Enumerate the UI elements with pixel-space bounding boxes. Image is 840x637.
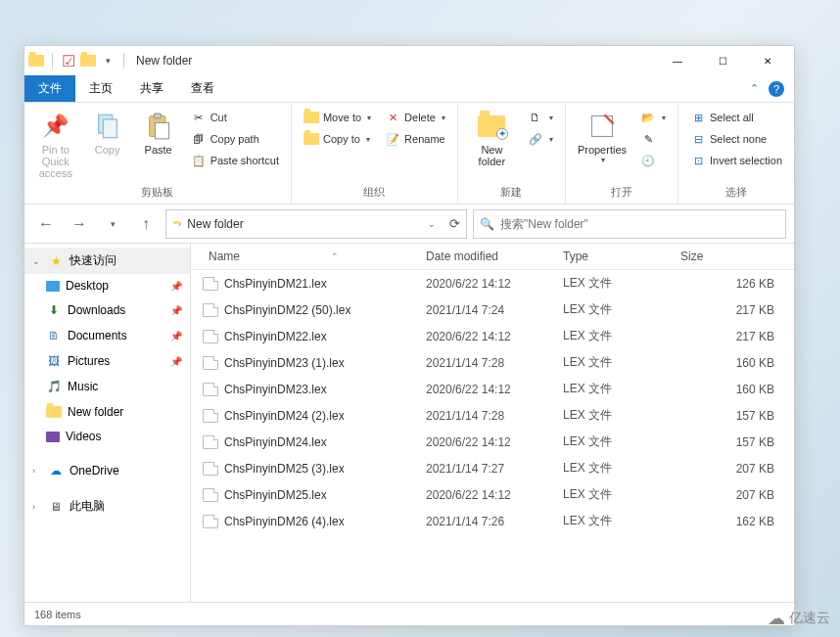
column-header-name[interactable]: Name⌃	[191, 250, 426, 263]
sidebar-item-desktop[interactable]: Desktop📌	[24, 274, 190, 297]
file-name: ChsPinyinDM25 (3).lex	[224, 462, 345, 476]
file-list-header: Name⌃ Date modified Type Size	[191, 244, 794, 270]
select-all-button[interactable]: ⊞Select all	[684, 107, 788, 128]
file-row[interactable]: ChsPinyinDM25 (3).lex2021/1/14 7:27LEX 文…	[191, 455, 794, 481]
tab-home[interactable]: 主页	[75, 75, 126, 102]
file-row[interactable]: ChsPinyinDM22 (50).lex2021/1/14 7:24LEX …	[191, 296, 794, 323]
content: ⌄ ★ 快速访问 Desktop📌 ⬇Downloads📌 🗎Documents…	[24, 244, 794, 602]
delete-icon: ✕	[385, 110, 400, 125]
copy-to-button[interactable]: Copy to▾	[298, 128, 377, 150]
sidebar-item-music[interactable]: 🎵Music	[24, 374, 190, 399]
file-row[interactable]: ChsPinyinDM26 (4).lex2021/1/14 7:26LEX 文…	[191, 508, 794, 534]
refresh-button[interactable]: ⟳	[442, 216, 460, 231]
file-icon	[203, 435, 218, 449]
file-row[interactable]: ChsPinyinDM24 (2).lex2021/1/14 7:28LEX 文…	[191, 402, 794, 429]
file-type: LEX 文件	[563, 460, 680, 477]
file-size: 126 KB	[680, 277, 794, 291]
paste-shortcut-button[interactable]: 📋Paste shortcut	[185, 150, 285, 171]
move-to-icon	[303, 110, 319, 125]
file-name: ChsPinyinDM26 (4).lex	[224, 515, 345, 528]
file-row[interactable]: ChsPinyinDM22.lex2020/6/22 14:12LEX 文件21…	[191, 323, 794, 349]
rename-button[interactable]: 📝Rename	[379, 128, 451, 150]
new-folder-button[interactable]: ✦ New folder	[464, 107, 520, 171]
properties-button[interactable]: Properties ▾	[572, 107, 632, 168]
cloud-icon: ☁	[48, 463, 64, 478]
sidebar-item-new-folder[interactable]: New folder	[24, 399, 190, 425]
address-bar[interactable]: › New folder ⌄ ⟳	[165, 209, 467, 239]
column-header-date[interactable]: Date modified	[426, 250, 563, 263]
sidebar-item-downloads[interactable]: ⬇Downloads📌	[24, 297, 190, 323]
back-button[interactable]: ←	[32, 210, 60, 238]
ribbon: 📌 Pin to Quick access Copy Paste ✂Cut 🗐C…	[24, 103, 794, 205]
sidebar-item-quick-access[interactable]: ⌄ ★ 快速访问	[24, 248, 190, 274]
file-row[interactable]: ChsPinyinDM25.lex2020/6/22 14:12LEX 文件20…	[191, 481, 794, 508]
copy-icon	[92, 111, 123, 142]
ribbon-group-select: ⊞Select all ⊟Select none ⊡Invert selecti…	[678, 103, 794, 204]
chevron-right-icon: ›	[32, 466, 42, 476]
pictures-icon: 🖼	[46, 353, 62, 369]
tab-view[interactable]: 查看	[177, 75, 228, 102]
window-title: New folder	[136, 54, 192, 68]
pin-icon: 📌	[40, 111, 71, 142]
search-input[interactable]	[500, 217, 779, 231]
maximize-button[interactable]: ☐	[700, 46, 745, 75]
pin-icon: 📌	[170, 356, 182, 367]
file-icon	[203, 356, 218, 370]
sidebar-item-pictures[interactable]: 🖼Pictures📌	[24, 348, 190, 374]
file-type: LEX 文件	[563, 513, 680, 529]
select-none-button[interactable]: ⊟Select none	[684, 128, 788, 150]
file-size: 217 KB	[680, 330, 794, 343]
qat-folder-icon[interactable]	[80, 53, 96, 68]
cut-button[interactable]: ✂Cut	[185, 107, 285, 128]
forward-button[interactable]: →	[66, 210, 93, 238]
file-name: ChsPinyinDM23 (1).lex	[224, 356, 345, 370]
tab-share[interactable]: 共享	[126, 75, 177, 102]
paste-button[interactable]: Paste	[134, 107, 183, 159]
sidebar-item-onedrive[interactable]: ›☁OneDrive	[24, 458, 190, 483]
qat-dropdown-icon[interactable]: ▾	[100, 53, 116, 68]
file-type: LEX 文件	[563, 301, 680, 318]
copy-path-button[interactable]: 🗐Copy path	[185, 128, 285, 150]
address-dropdown-icon[interactable]: ⌄	[428, 219, 436, 229]
file-row[interactable]: ChsPinyinDM21.lex2020/6/22 14:12LEX 文件12…	[191, 270, 794, 296]
cloud-icon: ☁	[768, 608, 785, 629]
column-header-type[interactable]: Type	[563, 250, 680, 263]
file-date: 2020/6/22 14:12	[426, 435, 563, 449]
folder-icon	[28, 53, 44, 68]
edit-button[interactable]: ✎	[634, 128, 672, 150]
minimize-button[interactable]: —	[655, 46, 700, 75]
file-row[interactable]: ChsPinyinDM24.lex2020/6/22 14:12LEX 文件15…	[191, 429, 794, 455]
help-icon[interactable]: ?	[769, 81, 784, 97]
pc-icon: 🖥	[48, 499, 64, 515]
file-row[interactable]: ChsPinyinDM23.lex2020/6/22 14:12LEX 文件16…	[191, 376, 794, 402]
sidebar-item-documents[interactable]: 🗎Documents📌	[24, 323, 190, 348]
tab-file[interactable]: 文件	[24, 75, 75, 102]
sidebar-item-videos[interactable]: Videos	[24, 425, 190, 448]
move-to-button[interactable]: Move to▾	[298, 107, 377, 128]
close-button[interactable]: ✕	[745, 46, 790, 75]
open-button[interactable]: 📂▾	[634, 107, 672, 128]
pin-icon: 📌	[170, 281, 182, 292]
file-row[interactable]: ChsPinyinDM23 (1).lex2021/1/14 7:28LEX 文…	[191, 349, 794, 376]
chevron-down-icon: ▾	[366, 135, 370, 144]
file-size: 160 KB	[680, 356, 794, 370]
sidebar-item-this-pc[interactable]: ›🖥此电脑	[24, 493, 190, 520]
invert-selection-button[interactable]: ⊡Invert selection	[684, 150, 788, 171]
file-icon	[203, 462, 218, 476]
file-list-body[interactable]: ChsPinyinDM21.lex2020/6/22 14:12LEX 文件12…	[191, 270, 794, 602]
column-header-size[interactable]: Size	[680, 250, 794, 263]
recent-locations-button[interactable]: ▾	[99, 210, 126, 238]
ribbon-collapse-icon[interactable]: ⌃	[750, 82, 759, 95]
delete-button[interactable]: ✕Delete▾	[379, 107, 451, 128]
watermark: ☁ 亿速云	[768, 608, 830, 629]
new-item-button[interactable]: 🗋▾	[522, 107, 559, 128]
search-box[interactable]: 🔍	[473, 209, 786, 239]
file-name: ChsPinyinDM23.lex	[224, 383, 327, 396]
qat-checkbox-icon[interactable]: ☑	[61, 53, 76, 68]
history-button[interactable]: 🕘	[634, 150, 672, 171]
copy-button[interactable]: Copy	[83, 107, 132, 159]
easy-access-button[interactable]: 🔗▾	[522, 128, 559, 150]
pin-to-quick-access-button[interactable]: 📌 Pin to Quick access	[30, 107, 81, 183]
easy-access-icon: 🔗	[528, 131, 543, 147]
up-button[interactable]: ↑	[132, 210, 160, 238]
